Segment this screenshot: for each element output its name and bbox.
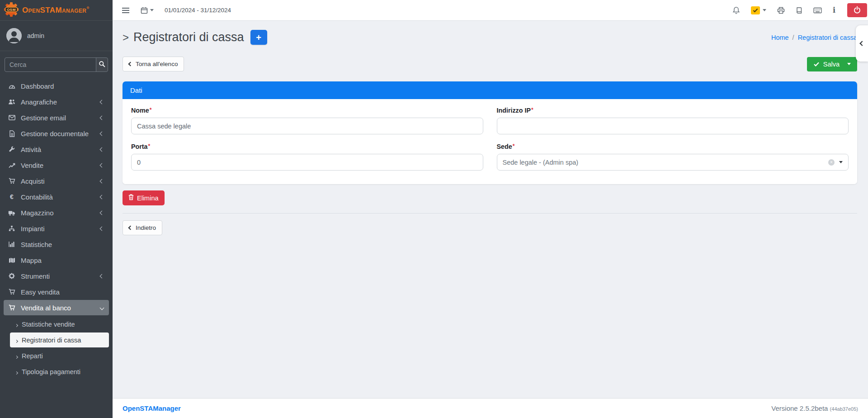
chevron-right-icon bbox=[15, 337, 18, 344]
caret-down-icon[interactable] bbox=[763, 9, 766, 11]
chevron-down-icon bbox=[100, 306, 104, 309]
chevron-left-icon bbox=[100, 164, 104, 167]
sidebar-item-impianti[interactable]: Impianti bbox=[4, 221, 109, 236]
sidebar-item-dashboard[interactable]: Dashboard bbox=[4, 78, 109, 94]
nome-input[interactable] bbox=[131, 118, 483, 134]
version-info: Versione 2.5.2beta (44ab37e05) bbox=[771, 404, 858, 412]
chevron-left-icon bbox=[128, 62, 133, 66]
sidebar-subitem-reparti[interactable]: Reparti bbox=[10, 348, 109, 363]
book-icon[interactable] bbox=[796, 7, 802, 14]
printer-icon[interactable] bbox=[777, 7, 785, 14]
sede-select[interactable]: Sede legale - (Admin spa) × bbox=[497, 154, 849, 171]
euro-icon: € bbox=[7, 193, 16, 200]
bell-icon[interactable] bbox=[732, 6, 740, 14]
cart-icon bbox=[7, 289, 16, 295]
dati-panel: Dati Nome* Indirizzo IP* Porta* Sede* bbox=[123, 81, 857, 184]
panel-header: Dati bbox=[123, 81, 857, 99]
sidebar-subitem-statistiche-vendite[interactable]: Statistiche vendite bbox=[10, 317, 109, 332]
clear-selection-icon[interactable]: × bbox=[828, 159, 835, 166]
sitemap-icon bbox=[7, 225, 16, 232]
users-icon bbox=[7, 99, 16, 105]
tasks-check-icon[interactable] bbox=[751, 6, 760, 14]
title-chevron: > bbox=[123, 31, 129, 44]
main-column: 01/01/2024 - 31/12/2024 i bbox=[113, 0, 868, 418]
sidebar-search bbox=[5, 57, 108, 72]
info-icon[interactable]: i bbox=[833, 6, 835, 14]
sede-selected-value: Sede legale - (Admin spa) bbox=[503, 159, 829, 166]
bar-chart-icon bbox=[7, 241, 16, 247]
breadcrumb-home-link[interactable]: Home bbox=[771, 34, 789, 41]
field-label: Sede* bbox=[497, 143, 849, 150]
chevron-left-icon bbox=[100, 211, 104, 214]
porta-input[interactable] bbox=[131, 154, 483, 171]
chevron-left-icon bbox=[100, 132, 104, 135]
sidebar-item-attivita[interactable]: Attività bbox=[4, 142, 109, 157]
check-icon bbox=[814, 61, 819, 68]
required-asterisk: * bbox=[150, 107, 152, 113]
delete-button[interactable]: Elimina bbox=[123, 190, 165, 205]
divider bbox=[123, 213, 857, 214]
gear-icon bbox=[7, 273, 16, 279]
user-name: admin bbox=[27, 32, 44, 39]
version-label: Versione 2.5.2beta bbox=[771, 404, 828, 412]
chevron-left-icon bbox=[100, 275, 104, 278]
field-nome: Nome* bbox=[131, 107, 483, 134]
back-to-list-button[interactable]: Torna all'elenco bbox=[123, 57, 184, 71]
chevron-right-icon bbox=[15, 321, 18, 328]
truck-icon bbox=[7, 210, 16, 216]
svg-text:OSM: OSM bbox=[7, 8, 16, 12]
field-label: Nome* bbox=[131, 107, 483, 114]
chevron-left-icon bbox=[100, 227, 104, 230]
panel-collapse-toggle[interactable] bbox=[856, 25, 868, 62]
chevron-left-icon bbox=[100, 180, 104, 183]
sidebar-item-contabilita[interactable]: € Contabilità bbox=[4, 189, 109, 204]
back-button[interactable]: Indietro bbox=[123, 220, 162, 235]
vendita-al-banco-submenu: Statistiche vendite Registratori di cass… bbox=[4, 316, 109, 379]
sidebar-item-magazzino[interactable]: Magazzino bbox=[4, 205, 109, 220]
search-button[interactable] bbox=[96, 58, 108, 71]
sidebar-item-acquisti[interactable]: Acquisti bbox=[4, 173, 109, 189]
sidebar-item-vendite[interactable]: Vendite bbox=[4, 157, 109, 173]
sidebar-item-gestione-documentale[interactable]: Gestione documentale bbox=[4, 126, 109, 141]
footer-brand-link[interactable]: OpenSTAManager bbox=[123, 404, 181, 412]
content: > Registratori di cassa + Home / Registr… bbox=[113, 21, 868, 398]
breadcrumb-current-link[interactable]: Registratori di cassa bbox=[798, 34, 857, 41]
chart-line-icon bbox=[7, 162, 16, 168]
sidebar-item-anagrafiche[interactable]: Anagrafiche bbox=[4, 94, 109, 109]
required-asterisk: * bbox=[531, 107, 533, 113]
envelope-icon bbox=[7, 115, 16, 120]
sidebar-item-gestione-email[interactable]: Gestione email bbox=[4, 110, 109, 125]
search-input[interactable] bbox=[5, 58, 96, 71]
sidebar-subitem-tipologia-pagamenti[interactable]: Tipologia pagamenti bbox=[10, 364, 109, 379]
chevron-left-icon bbox=[100, 116, 104, 119]
required-asterisk: * bbox=[148, 143, 151, 149]
keyboard-icon[interactable] bbox=[813, 7, 822, 14]
user-panel[interactable]: admin bbox=[0, 21, 113, 51]
sidebar-item-strumenti[interactable]: Strumenti bbox=[4, 268, 109, 284]
trash-icon bbox=[128, 194, 134, 202]
sidebar-subitem-registratori-di-cassa[interactable]: Registratori di cassa bbox=[10, 332, 109, 347]
breadcrumb: Home / Registratori di cassa bbox=[771, 34, 857, 41]
osm-gear-logo-icon: OSM bbox=[4, 2, 19, 19]
sidebar-item-mappa[interactable]: Mappa bbox=[4, 252, 109, 268]
indirizzo-ip-input[interactable] bbox=[497, 118, 849, 134]
chevron-left-icon bbox=[100, 148, 104, 151]
hamburger-menu-icon[interactable] bbox=[122, 7, 130, 14]
page-title: > Registratori di cassa bbox=[123, 30, 244, 44]
sidebar-item-statistiche[interactable]: Statistiche bbox=[4, 237, 109, 252]
field-label: Porta* bbox=[131, 143, 483, 150]
field-sede: Sede* Sede legale - (Admin spa) × bbox=[497, 143, 849, 171]
topbar: 01/01/2024 - 31/12/2024 i bbox=[113, 0, 868, 21]
sidebar-item-vendita-al-banco[interactable]: Vendita al banco bbox=[4, 300, 109, 315]
save-button[interactable]: Salva bbox=[807, 57, 857, 71]
power-logout-button[interactable] bbox=[847, 3, 867, 17]
caret-down-icon bbox=[839, 161, 843, 163]
brand-header[interactable]: OSM OpenSTAManager® bbox=[0, 0, 113, 21]
map-icon bbox=[7, 257, 16, 263]
field-porta: Porta* bbox=[131, 143, 483, 171]
date-range[interactable]: 01/01/2024 - 31/12/2024 bbox=[165, 7, 231, 14]
chevron-right-icon bbox=[15, 368, 18, 375]
sidebar-item-easy-vendita[interactable]: Easy vendita bbox=[4, 284, 109, 299]
add-button[interactable]: + bbox=[250, 30, 267, 45]
calendar-icon[interactable] bbox=[141, 7, 154, 14]
